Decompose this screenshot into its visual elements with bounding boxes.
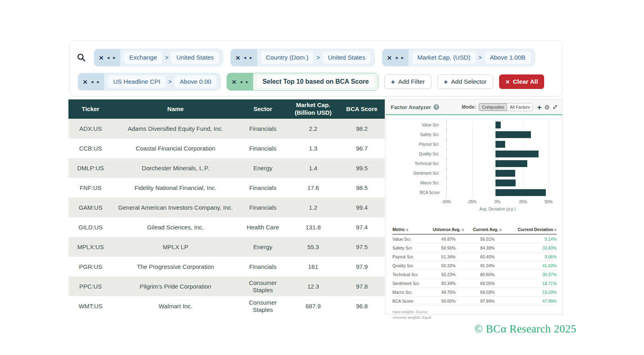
add-icon[interactable]: +: [537, 103, 541, 111]
cell-name: Coastal Financial Corporation: [113, 138, 238, 158]
col-header-bca-score[interactable]: BCA Score: [339, 99, 385, 119]
cell-sector: Consumer Staples: [238, 296, 287, 316]
cell-bca-score: 97.9: [339, 257, 385, 277]
metrics-row-quality-scr[interactable]: Quality Scr. 50.32% 91.34% 41.03%: [392, 261, 557, 270]
filter-value[interactable]: Above 0.00: [175, 76, 217, 88]
remove-icon[interactable]: ×: [387, 54, 392, 62]
filter-pill-market-cap-usd[interactable]: × ◂ ▸ Market Cap. (USD) > Above 1.00B: [382, 49, 535, 66]
remove-icon[interactable]: ×: [232, 78, 236, 86]
filter-field[interactable]: Country (Dom.): [261, 52, 314, 64]
metrics-col-current-avg[interactable]: Current Avg.⇅: [469, 225, 506, 234]
search-icon[interactable]: [75, 53, 87, 62]
remove-icon[interactable]: ×: [99, 54, 103, 62]
move-left-icon[interactable]: ◂: [244, 55, 246, 60]
mode-option-composites[interactable]: Composites: [479, 103, 507, 111]
metrics-col-universe-avg[interactable]: Universe Avg.⇅: [428, 225, 469, 234]
mode-option-all-factors[interactable]: All Factors: [507, 103, 533, 111]
filter-field[interactable]: Market Cap. (USD): [412, 52, 476, 64]
remove-icon[interactable]: ×: [235, 54, 240, 62]
close-icon: ×: [506, 78, 510, 85]
chart-row-value-scr: Value Scr.: [386, 120, 548, 130]
table-row-ccb-us[interactable]: CCB:US Coastal Financial Corporation Fin…: [68, 138, 385, 158]
filter-pill-exchange[interactable]: × ◂ ▸ Exchange > United States: [94, 49, 223, 66]
metrics-row-technical-scr[interactable]: Technical Scr. 50.23% 80.60% 30.37%: [392, 270, 557, 279]
pill-body: Market Cap. (USD) > Above 1.00B: [409, 49, 535, 66]
metrics-col-metric[interactable]: Metric⇅: [392, 225, 428, 234]
bar-macro-scr[interactable]: [495, 180, 516, 186]
factor-analyzer-title: Factor Analyzer: [391, 104, 431, 110]
table-row-pgr-us[interactable]: PGR:US The Progressive Corporation Finan…: [68, 257, 385, 277]
metrics-col-current-deviation[interactable]: Current Deviation⇅: [506, 225, 557, 234]
metric-universe-avg: 50.56%: [428, 244, 469, 252]
move-right-icon[interactable]: ▸: [246, 79, 248, 84]
filter-value[interactable]: Above 1.00B: [485, 52, 531, 64]
metric-current-avg: 84.39%: [469, 244, 506, 252]
move-left-icon[interactable]: ◂: [91, 79, 93, 84]
table-row-fnf-us[interactable]: FNF:US Fidelity National Financial, Inc.…: [68, 178, 385, 198]
metrics-row-value-scr[interactable]: Value Scr. 49.87% 55.01% 5.14%: [392, 234, 557, 244]
move-left-icon[interactable]: ◂: [107, 55, 109, 60]
clear-all-button[interactable]: × Clear All: [499, 74, 544, 89]
table-row-wmt-us[interactable]: WMT:US Walmart Inc. Consumer Staples 687…: [68, 296, 385, 316]
help-icon[interactable]: ?: [433, 104, 439, 110]
metrics-row-safety-scr[interactable]: Safety Scr. 50.56% 84.39% 33.83%: [392, 244, 557, 252]
bar-value-scr[interactable]: [495, 122, 501, 128]
metric-current-avg: 80.60%: [469, 270, 506, 279]
sort-icon: ⇅: [406, 228, 409, 232]
table-row-ppc-us[interactable]: PPC:US Pilgrim's Pride Corporation Consu…: [68, 277, 385, 296]
col-header-sector[interactable]: Sector: [238, 99, 287, 119]
filter-value[interactable]: United States: [171, 52, 219, 64]
cell-market-cap: 131.8: [287, 217, 339, 237]
move-right-icon[interactable]: ▸: [97, 79, 99, 84]
table-row-mplx-us[interactable]: MPLX:US MPLX LP Energy 55.3 97.5: [68, 237, 385, 257]
table-row-dmlp-us[interactable]: DMLP:US Dorchester Minerals, L.P. Energy…: [68, 158, 385, 178]
col-header-market-cap[interactable]: Market Cap. (Billion USD): [287, 99, 339, 119]
move-right-icon[interactable]: ▸: [250, 55, 252, 60]
cell-market-cap: 687.9: [287, 296, 339, 316]
cell-bca-score: 96.8: [339, 296, 385, 316]
metrics-row-payout-scr[interactable]: Payout Scr. 51.34% 60.40% 9.06%: [392, 252, 557, 261]
table-row-adx-us[interactable]: ADX:US Adams Diversified Equity Fund, In…: [68, 119, 385, 138]
move-right-icon[interactable]: ▸: [401, 55, 404, 60]
cell-ticker: FNF:US: [68, 178, 113, 198]
metric-current-avg: 69.05%: [469, 279, 506, 288]
bar-safety-scr[interactable]: [495, 131, 531, 138]
table-row-gam-us[interactable]: GAM:US General American Investors Compan…: [68, 198, 385, 217]
expand-icon[interactable]: [553, 105, 557, 109]
bar-quality-scr[interactable]: [495, 151, 539, 157]
bar-sentiment-scr[interactable]: [495, 170, 515, 177]
sort-icon: ⇅: [461, 228, 464, 232]
remove-icon[interactable]: ×: [83, 78, 87, 86]
col-header-name[interactable]: Name: [113, 99, 238, 119]
metric-universe-avg: 50.32%: [428, 261, 469, 270]
metrics-header-row: Metric⇅ Universe Avg.⇅ Current Avg.⇅ Cur…: [392, 225, 557, 234]
selector-label[interactable]: Select Top 10 based on BCA Score: [257, 76, 374, 88]
bar-payout-scr[interactable]: [495, 141, 505, 148]
sort-icon: ⇅: [499, 228, 502, 232]
cell-market-cap: 55.3: [287, 237, 339, 257]
table-row-gild-us[interactable]: GILD:US Gilead Sciences, Inc. Health Car…: [68, 217, 385, 237]
metrics-row-macro-scr[interactable]: Macro Scr. 49.75% 69.03% 19.29%: [392, 288, 557, 297]
metric-current-avg: 91.34%: [469, 261, 506, 270]
selector-pill[interactable]: × ◂ ▸ Select Top 10 based on BCA Score: [227, 73, 378, 91]
add-filter-button[interactable]: + Add Filter: [384, 74, 431, 89]
gear-icon[interactable]: ⚙: [545, 104, 550, 110]
metrics-row-bca-score[interactable]: BCA Score 50.00% 97.99% 47.99%: [392, 297, 557, 305]
move-right-icon[interactable]: ▸: [113, 55, 116, 60]
move-left-icon[interactable]: ◂: [240, 79, 242, 84]
filter-value[interactable]: United States: [323, 52, 371, 64]
filter-pill-us-headline-cpi[interactable]: × ◂ ▸ US Headline CPI > Above 0.00: [78, 73, 221, 91]
filter-field[interactable]: Exchange: [124, 52, 162, 64]
bar-track: [443, 159, 548, 168]
move-left-icon[interactable]: ◂: [395, 55, 398, 60]
col-header-ticker[interactable]: Ticker: [68, 99, 113, 119]
add-selector-button[interactable]: + Add Selector: [438, 74, 493, 89]
bar-bca-score[interactable]: [495, 189, 546, 196]
metrics-row-sentiment-scr[interactable]: Sentiment Scr. 50.34% 69.05% 18.71%: [392, 279, 557, 288]
cell-ticker: CCB:US: [68, 138, 113, 158]
cell-bca-score: 97.8: [339, 277, 385, 296]
filter-pill-country-dom[interactable]: × ◂ ▸ Country (Dom.) > United States: [230, 49, 374, 66]
cell-ticker: MPLX:US: [68, 237, 113, 257]
bar-technical-scr[interactable]: [495, 160, 527, 167]
filter-field[interactable]: US Headline CPI: [108, 76, 165, 88]
